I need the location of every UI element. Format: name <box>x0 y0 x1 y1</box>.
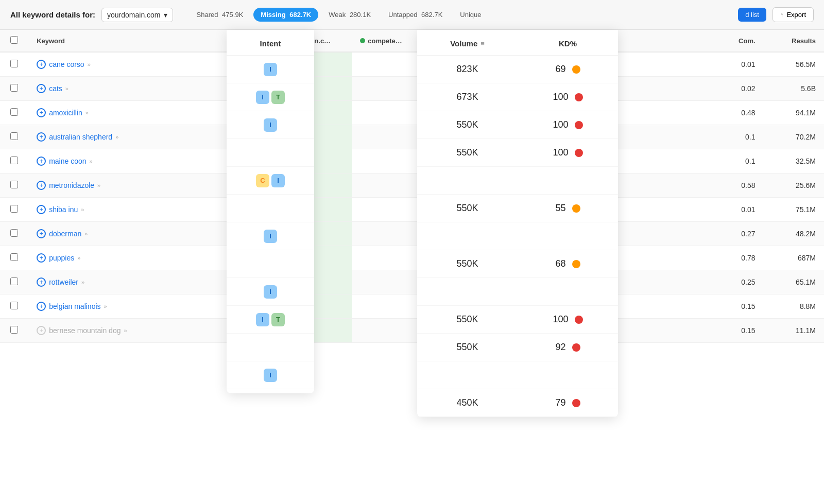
plus-icon[interactable]: + <box>37 132 46 142</box>
row-checkbox[interactable] <box>10 277 18 285</box>
intent-overlay-row <box>227 139 314 167</box>
row-checkbox[interactable] <box>10 253 18 261</box>
chevron-down-icon: ▾ <box>164 11 167 19</box>
kd-dot <box>575 149 583 157</box>
keyword-link[interactable]: + cats » <box>37 84 153 93</box>
kd-value: 92 <box>518 337 618 358</box>
tab-unique[interactable]: Unique <box>453 8 488 22</box>
row-checkbox[interactable] <box>10 60 18 67</box>
volume-value <box>417 176 518 186</box>
kd-cell <box>637 246 715 270</box>
volume-overlay-rows: 823K 69 673K100550K100550K100550K55550K6… <box>417 56 618 417</box>
row-checkbox[interactable] <box>10 229 18 237</box>
competitor-cell <box>352 198 420 222</box>
keyword-link[interactable]: + doberman » <box>37 229 153 238</box>
plus-icon[interactable]: + <box>37 253 46 263</box>
kd-value: 55 <box>518 198 618 219</box>
kd-value <box>518 176 618 186</box>
row-checkbox[interactable] <box>10 302 18 309</box>
keyword-col-header[interactable]: Keyword <box>28 30 161 52</box>
volume-header[interactable]: Volume ≡ <box>417 30 518 55</box>
tab-missing[interactable]: Missing 682.7K <box>253 8 318 22</box>
volume-kd-overlay-row: 550K92 <box>417 334 618 361</box>
plus-icon[interactable]: + <box>37 277 46 287</box>
kd-col-header[interactable] <box>637 30 715 52</box>
kd-cell <box>637 173 715 198</box>
kd-value <box>518 287 618 297</box>
plus-icon[interactable]: + <box>37 84 46 93</box>
plus-icon[interactable]: + <box>37 181 46 190</box>
chevron-right-icon: » <box>88 61 91 67</box>
row-checkbox[interactable] <box>10 84 18 92</box>
table-header-row: Keyword yourdomain.c… <box>0 30 824 52</box>
plus-icon[interactable]: + <box>37 108 46 117</box>
tab-untapped[interactable]: Untapped 682.7K <box>381 8 450 22</box>
intent-badges: I <box>264 369 277 382</box>
keyword-link[interactable]: + puppies » <box>37 253 153 263</box>
plus-icon[interactable]: + <box>37 60 46 69</box>
domain-selector[interactable]: yourdomain.com ▾ <box>101 8 173 22</box>
header-label: All keyword details for: <box>10 10 95 19</box>
kd-cell <box>637 270 715 294</box>
keyword-text: cane corso <box>49 60 84 68</box>
kd-cell <box>637 294 715 319</box>
row-checkbox-cell[interactable] <box>0 125 28 149</box>
results-col-header[interactable]: Results <box>764 30 824 52</box>
plus-icon[interactable]: + <box>37 302 46 311</box>
keyword-link[interactable]: + maine coon » <box>37 157 153 166</box>
keyword-link[interactable]: + australian shepherd » <box>37 132 153 142</box>
keyword-link[interactable]: + amoxicillin » <box>37 108 153 117</box>
row-checkbox-cell[interactable] <box>0 77 28 101</box>
add-list-button[interactable]: d list <box>738 8 766 22</box>
row-checkbox-cell[interactable] <box>0 52 28 77</box>
tab-group: Shared 475.9K Missing 682.7K Weak 280.1K… <box>190 8 489 22</box>
select-all-col[interactable] <box>0 30 28 52</box>
results-cell: 5.6B <box>764 77 824 101</box>
com-col-header[interactable]: Com. <box>715 30 764 52</box>
row-checkbox-cell[interactable] <box>0 149 28 173</box>
badge-C: C <box>256 174 269 187</box>
row-checkbox-cell[interactable] <box>0 101 28 125</box>
row-checkbox-cell[interactable] <box>0 246 28 270</box>
row-checkbox-cell[interactable] <box>0 173 28 198</box>
plus-icon[interactable]: + <box>37 205 46 214</box>
tab-shared[interactable]: Shared 475.9K <box>190 8 251 22</box>
table-row: + rottweiler » 00.2565.1M <box>0 270 824 294</box>
plus-icon[interactable]: + <box>37 229 46 238</box>
row-checkbox-cell[interactable] <box>0 319 28 343</box>
kd-value: 100 <box>518 309 618 330</box>
competitor-col-header[interactable]: compete… <box>352 30 420 52</box>
keyword-link[interactable]: + shiba inu » <box>37 205 153 214</box>
select-all-checkbox[interactable] <box>10 36 18 44</box>
row-checkbox[interactable] <box>10 157 18 164</box>
row-checkbox[interactable] <box>10 181 18 188</box>
badge-I: I <box>264 118 277 132</box>
row-checkbox[interactable] <box>10 205 18 213</box>
volume-kd-overlay-row <box>417 167 618 195</box>
row-checkbox-cell[interactable] <box>0 222 28 246</box>
com-cell: 0.01 <box>715 52 764 77</box>
kd-header[interactable]: KD% <box>518 30 618 55</box>
tab-weak[interactable]: Weak 280.1K <box>321 8 378 22</box>
keyword-link[interactable]: + metronidazole » <box>37 181 153 190</box>
plus-icon[interactable]: + <box>37 157 46 166</box>
keyword-link[interactable]: + cane corso » <box>37 60 153 69</box>
export-button[interactable]: ↑ Export <box>772 7 814 22</box>
table-container: Keyword yourdomain.c… <box>0 30 824 343</box>
keyword-link[interactable]: + bernese mountain dog » <box>37 326 153 335</box>
row-checkbox[interactable] <box>10 108 18 116</box>
com-cell: 0.01 <box>715 198 764 222</box>
row-checkbox-cell[interactable] <box>0 294 28 319</box>
plus-icon[interactable]: + <box>37 326 46 335</box>
volume-kd-overlay-row <box>417 278 618 306</box>
intent-overlay-row: I <box>227 278 314 306</box>
keyword-link[interactable]: + rottweiler » <box>37 277 153 287</box>
chevron-right-icon: » <box>65 85 68 92</box>
row-checkbox[interactable] <box>10 326 18 334</box>
keyword-text: bernese mountain dog <box>49 326 121 335</box>
row-checkbox-cell[interactable] <box>0 270 28 294</box>
row-checkbox[interactable] <box>10 132 18 140</box>
volume-sort-icon[interactable]: ≡ <box>480 40 485 47</box>
keyword-link[interactable]: + belgian malinois » <box>37 302 153 311</box>
row-checkbox-cell[interactable] <box>0 198 28 222</box>
